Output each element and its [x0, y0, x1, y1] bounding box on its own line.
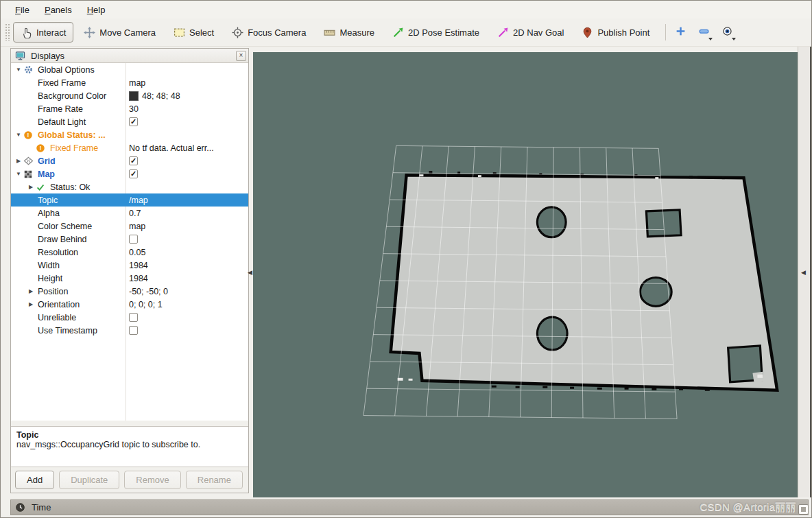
expander-open-icon[interactable]: ▼ [14, 67, 23, 73]
tool-label: 2D Pose Estimate [408, 27, 479, 38]
checkbox-unchecked[interactable] [129, 235, 138, 244]
menu-panels[interactable]: Panels [38, 3, 78, 17]
property-value[interactable]: ✓ [126, 167, 248, 180]
add-button[interactable]: Add [15, 471, 54, 489]
panel-splitter-handle[interactable] [11, 421, 248, 426]
property-value[interactable]: 1984 [126, 259, 248, 272]
property-value[interactable] [126, 324, 248, 337]
2d-nav-goal-button[interactable]: 2D Nav Goal [490, 22, 571, 43]
checkbox-checked[interactable]: ✓ [129, 156, 138, 165]
tree-row-width[interactable]: Width1984 [11, 259, 248, 272]
tree-row-default-light[interactable]: Default Light✓ [11, 115, 248, 128]
map-hole-circle-1 [537, 207, 566, 237]
tree-row-frame-rate[interactable]: Frame Rate30 [11, 102, 248, 115]
property-name: Resolution [38, 248, 78, 257]
tree-row-position[interactable]: ▶Position-50; -50; 0 [11, 285, 248, 298]
tree-row-grid[interactable]: ▶Grid✓ [11, 154, 248, 167]
warning-icon: ! [36, 143, 48, 153]
property-value[interactable]: 30 [126, 102, 248, 115]
grid-icon [23, 156, 36, 166]
expander-closed-icon[interactable]: ▶ [26, 301, 36, 307]
property-value[interactable]: 1984 [126, 272, 248, 285]
move-arrows-icon [84, 27, 95, 38]
tool-label: Interact [36, 27, 66, 38]
collapse-left-icon[interactable]: ◀ [248, 269, 252, 276]
visibility-button[interactable] [718, 22, 736, 43]
property-value[interactable] [126, 233, 248, 246]
crosshair-icon [232, 27, 243, 38]
property-value[interactable]: 0; 0; 0; 1 [126, 298, 248, 311]
property-value[interactable] [126, 311, 248, 324]
svg-text:!: ! [27, 131, 29, 138]
move-camera-button[interactable]: Move Camera [76, 22, 163, 43]
expander-open-icon[interactable]: ▼ [14, 171, 23, 177]
zoom-out-button[interactable] [695, 22, 713, 43]
watermark-icon [798, 504, 809, 515]
select-button[interactable]: Select [166, 22, 222, 43]
tree-row-topic[interactable]: Topic/map [11, 193, 248, 207]
tree-row-map[interactable]: ▼Map✓ [11, 167, 248, 180]
expander-closed-icon[interactable]: ▶ [14, 158, 23, 164]
property-value[interactable]: 0.7 [126, 207, 248, 220]
help-text: nav_msgs::OccupancyGrid topic to subscri… [16, 440, 243, 449]
property-value[interactable]: /map [126, 193, 248, 207]
zoom-in-button[interactable] [671, 22, 689, 43]
tree-row-global-status[interactable]: ▼!Global Status: ... [11, 128, 248, 141]
property-value[interactable]: No tf data. Actual err... [126, 141, 248, 154]
tree-row-fixed-frame[interactable]: !Fixed FrameNo tf data. Actual err... [11, 141, 248, 154]
render-view[interactable] [253, 52, 798, 497]
panel-title: Displays [31, 51, 232, 61]
tree-row-orientation[interactable]: ▶Orientation0; 0; 0; 1 [11, 298, 248, 311]
displays-panel-titlebar[interactable]: Displays × [11, 49, 248, 63]
close-icon[interactable]: × [236, 51, 246, 61]
property-value[interactable] [126, 128, 248, 141]
2d-pose-estimate-button[interactable]: 2D Pose Estimate [385, 22, 487, 43]
collapse-right-icon[interactable]: ◀ [801, 269, 806, 276]
help-title: Topic [16, 430, 243, 440]
color-swatch [129, 91, 139, 101]
right-splitter[interactable]: ◀ [798, 47, 811, 497]
tree-row-background-color[interactable]: Background Color48; 48; 48 [11, 89, 248, 102]
expander-closed-icon[interactable]: ▶ [26, 184, 36, 190]
tree-row-draw-behind[interactable]: Draw Behind [11, 233, 248, 246]
checkbox-checked[interactable]: ✓ [129, 117, 138, 126]
focus-camera-button[interactable]: Focus Camera [224, 22, 313, 43]
property-value[interactable] [126, 63, 248, 76]
property-value[interactable]: 48; 48; 48 [126, 89, 248, 102]
menu-help[interactable]: Help [81, 3, 112, 17]
tree-row-status-ok[interactable]: ▶Status: Ok [11, 180, 248, 193]
tree-row-use-timestamp[interactable]: Use Timestamp [11, 324, 248, 337]
tree-row-unreliable[interactable]: Unreliable [11, 311, 248, 324]
menu-file[interactable]: File [9, 3, 36, 17]
property-value[interactable]: map [126, 76, 248, 89]
svg-text:!: ! [40, 144, 42, 151]
warning-icon: ! [23, 130, 36, 140]
publish-point-button[interactable]: Publish Point [574, 22, 657, 43]
tree-row-resolution[interactable]: Resolution0.05 [11, 246, 248, 259]
property-name: Frame Rate [38, 104, 83, 114]
tree-row-fixed-frame[interactable]: Fixed Framemap [11, 76, 248, 89]
interact-button[interactable]: Interact [13, 22, 73, 43]
ruler-icon [324, 27, 335, 38]
time-panel-header[interactable]: Time [10, 499, 809, 515]
property-value[interactable]: ✓ [126, 115, 248, 128]
property-value[interactable]: -50; -50; 0 [126, 285, 248, 298]
checkbox-checked[interactable]: ✓ [129, 169, 138, 178]
tree-row-height[interactable]: Height1984 [11, 272, 248, 285]
expander-open-icon[interactable]: ▼ [14, 132, 23, 138]
checkbox-unchecked[interactable] [129, 326, 138, 335]
tree-row-global-options[interactable]: ▼Global Options [11, 63, 248, 76]
display-buttons-row: AddDuplicateRemoveRename [11, 467, 248, 493]
expander-closed-icon[interactable]: ▶ [26, 288, 36, 294]
property-value[interactable] [126, 180, 248, 193]
measure-button[interactable]: Measure [316, 22, 382, 43]
checkbox-unchecked[interactable] [129, 313, 138, 322]
property-value[interactable]: ✓ [126, 154, 248, 167]
toolbar-drag-handle[interactable] [5, 23, 10, 41]
tree-row-alpha[interactable]: Alpha0.7 [11, 207, 248, 220]
property-value[interactable]: map [126, 220, 248, 233]
property-name: Global Options [38, 65, 95, 75]
property-value[interactable]: 0.05 [126, 246, 248, 259]
tree-row-color-scheme[interactable]: Color Schememap [11, 220, 248, 233]
menu-bar: FilePanelsHelp [1, 1, 811, 19]
